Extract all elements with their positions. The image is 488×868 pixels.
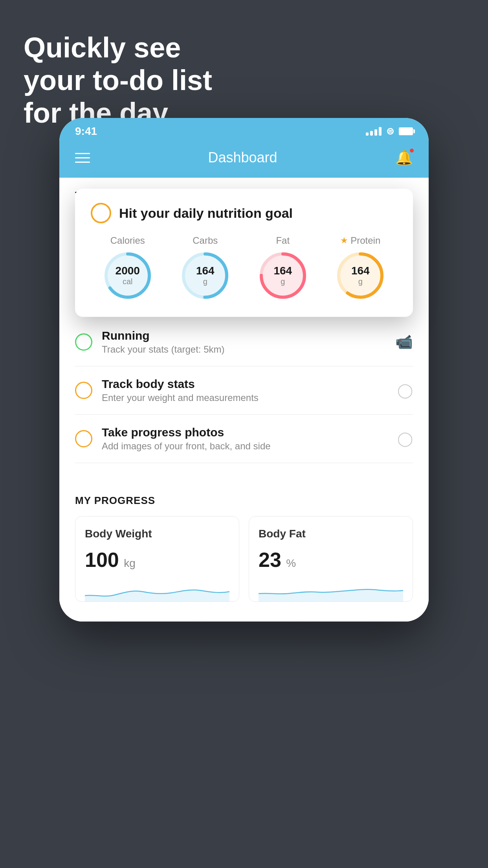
todo-title-running: Running xyxy=(102,329,386,342)
stat-carbs: Carbs 164 g xyxy=(180,235,231,301)
weight-chart xyxy=(85,578,229,601)
nav-title: Dashboard xyxy=(208,149,277,166)
stat-protein: ★ Protein 164 g xyxy=(335,235,386,301)
progress-section: MY PROGRESS Body Weight 100 kg xyxy=(59,479,429,622)
menu-button[interactable] xyxy=(75,153,90,163)
person-icon: ◯ xyxy=(397,430,413,447)
fat-value: 23 xyxy=(259,548,281,571)
fat-label: Fat xyxy=(276,235,290,246)
todo-text-photos: Take progress photos Add images of your … xyxy=(102,426,388,452)
todo-circle-photos xyxy=(75,430,92,447)
stat-calories: Calories 2000 cal xyxy=(102,235,153,301)
nutrition-card-header: Hit your daily nutrition goal xyxy=(91,203,397,223)
wifi-icon: ⊜ xyxy=(386,126,394,137)
star-icon: ★ xyxy=(340,235,348,246)
todo-title-body-stats: Track body stats xyxy=(102,377,388,391)
time: 9:41 xyxy=(75,125,97,138)
nutrition-circle-check xyxy=(91,203,111,223)
status-bar: 9:41 ⊜ xyxy=(59,118,429,142)
weight-title: Body Weight xyxy=(85,528,229,540)
progress-card-fat[interactable]: Body Fat 23 % xyxy=(249,516,413,602)
fat-unit: % xyxy=(286,557,296,569)
todo-list: Running Track your stats (target: 5km) 📹… xyxy=(59,318,429,463)
progress-title: MY PROGRESS xyxy=(75,495,413,507)
background-headline: Quickly see your to-do list for the day. xyxy=(24,31,212,129)
nav-bar: Dashboard 🔔 xyxy=(59,142,429,178)
calories-progress: 2000 cal xyxy=(102,250,153,301)
todo-text-body-stats: Track body stats Enter your weight and m… xyxy=(102,377,388,403)
notification-button[interactable]: 🔔 xyxy=(395,149,413,166)
signal-icon xyxy=(366,127,382,136)
protein-progress: 164 g xyxy=(335,250,386,301)
status-icons: ⊜ xyxy=(366,126,413,137)
todo-title-photos: Take progress photos xyxy=(102,426,388,439)
fat-title: Body Fat xyxy=(259,528,403,540)
protein-label: ★ Protein xyxy=(340,235,380,246)
fat-value-row: 23 % xyxy=(259,548,403,572)
carbs-label: Carbs xyxy=(193,235,218,246)
fat-chart xyxy=(259,578,403,601)
progress-card-weight[interactable]: Body Weight 100 kg xyxy=(75,516,239,602)
progress-cards: Body Weight 100 kg Bo xyxy=(75,516,413,602)
calories-label: Calories xyxy=(110,235,145,246)
nutrition-stats: Calories 2000 cal Carbs xyxy=(91,235,397,301)
todo-item-running[interactable]: Running Track your stats (target: 5km) 📹 xyxy=(75,318,413,366)
weight-value-row: 100 kg xyxy=(85,548,229,572)
stat-fat: Fat 164 g xyxy=(257,235,308,301)
todo-circle-body-stats xyxy=(75,382,92,399)
fat-progress: 164 g xyxy=(257,250,308,301)
scale-icon: ◯ xyxy=(397,382,413,399)
todo-sub-body-stats: Enter your weight and measurements xyxy=(102,392,388,403)
weight-value: 100 xyxy=(85,548,119,571)
todo-circle-running xyxy=(75,333,92,351)
weight-unit: kg xyxy=(124,557,136,569)
todo-item-body-stats[interactable]: Track body stats Enter your weight and m… xyxy=(75,366,413,415)
battery-icon xyxy=(399,127,413,135)
shoe-icon: 📹 xyxy=(395,334,413,350)
nutrition-card-title: Hit your daily nutrition goal xyxy=(119,206,293,221)
carbs-progress: 164 g xyxy=(180,250,231,301)
todo-item-photos[interactable]: Take progress photos Add images of your … xyxy=(75,415,413,463)
notification-badge xyxy=(409,148,415,153)
todo-text-running: Running Track your stats (target: 5km) xyxy=(102,329,386,355)
todo-sub-photos: Add images of your front, back, and side xyxy=(102,441,388,452)
todo-sub-running: Track your stats (target: 5km) xyxy=(102,344,386,355)
nutrition-card: Hit your daily nutrition goal Calories 2… xyxy=(75,189,413,317)
